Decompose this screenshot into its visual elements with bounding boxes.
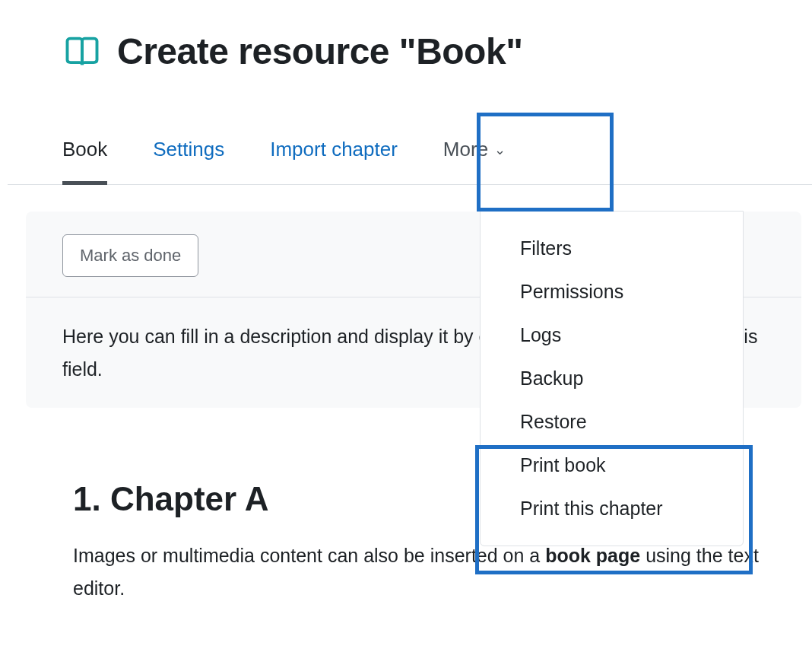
more-dropdown: Filters Permissions Logs Backup Restore … <box>480 211 744 546</box>
dropdown-item-print-this-chapter[interactable]: Print this chapter <box>481 487 743 530</box>
chapter-text-bold: book page <box>545 545 640 566</box>
tab-import-chapter[interactable]: Import chapter <box>270 118 398 184</box>
chevron-down-icon: ⌄ <box>494 143 506 157</box>
dropdown-item-print-book[interactable]: Print book <box>481 444 743 487</box>
tab-more[interactable]: More ⌄ <box>443 118 506 184</box>
tab-bar: Book Settings Import chapter More ⌄ <box>8 118 812 185</box>
chapter-body: Images or multimedia content can also be… <box>73 539 812 604</box>
mark-as-done-button[interactable]: Mark as done <box>62 234 198 277</box>
tab-settings[interactable]: Settings <box>153 118 224 184</box>
page-header: Create resource "Book" <box>62 30 812 72</box>
tab-book[interactable]: Book <box>62 118 107 184</box>
tab-more-label: More <box>443 138 488 161</box>
dropdown-item-backup[interactable]: Backup <box>481 357 743 400</box>
book-icon <box>62 32 102 72</box>
dropdown-item-restore[interactable]: Restore <box>481 400 743 444</box>
dropdown-item-permissions[interactable]: Permissions <box>481 270 743 313</box>
dropdown-item-filters[interactable]: Filters <box>481 227 743 270</box>
page-title: Create resource "Book" <box>117 30 522 72</box>
dropdown-item-logs[interactable]: Logs <box>481 313 743 357</box>
chapter-text-pre: Images or multimedia content can also be… <box>73 545 545 566</box>
